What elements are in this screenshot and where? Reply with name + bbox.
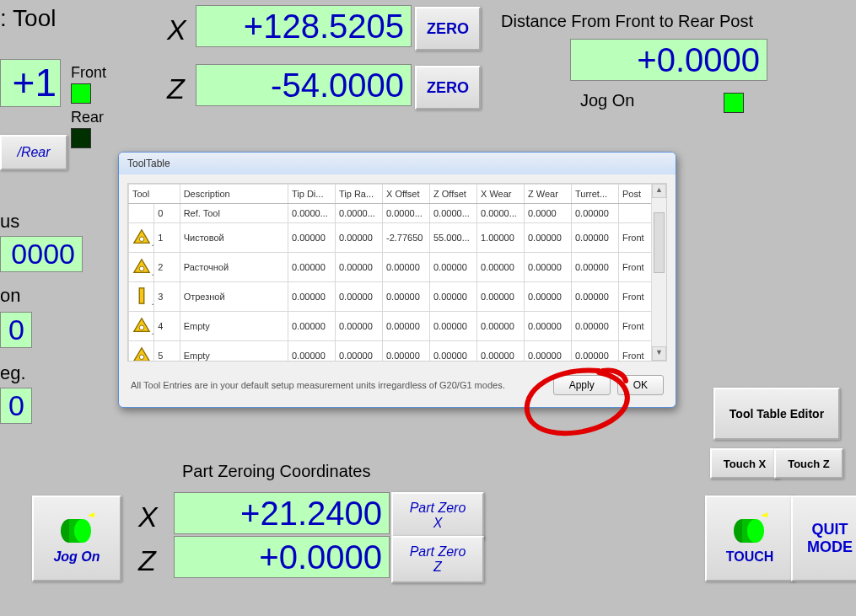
scroll-thumb[interactable] [654, 212, 665, 273]
table-cell[interactable]: 0.0000... [476, 204, 524, 223]
tool-desc-cell[interactable]: Чистовой [180, 223, 288, 253]
table-cell[interactable]: 0.00000 [335, 282, 382, 312]
col-header[interactable]: Turret... [571, 185, 618, 204]
table-cell[interactable]: 0.00000 [429, 253, 476, 282]
tool-icon[interactable] [129, 204, 154, 223]
table-cell[interactable]: 0.0000 [524, 204, 571, 223]
table-row[interactable]: 5Empty0.000000.000000.000000.000000.0000… [129, 341, 666, 362]
svg-point-7 [747, 519, 764, 543]
table-cell[interactable]: 0.0000... [335, 204, 382, 223]
touch-x-button[interactable]: Touch X [710, 448, 779, 479]
tool-number-cell[interactable]: 1 [154, 223, 180, 253]
tool-icon[interactable] [129, 223, 154, 253]
table-cell[interactable]: 0.00000 [571, 282, 618, 312]
col-tool[interactable]: Tool [129, 185, 180, 204]
table-row[interactable]: 4Empty0.000000.000000.000000.000000.0000… [129, 312, 666, 341]
tool-desc-cell[interactable]: Empty [180, 312, 288, 341]
table-cell[interactable]: 0.00000 [335, 341, 382, 362]
table-cell[interactable]: 0.00000 [288, 282, 335, 312]
tool-desc-cell[interactable]: Ref. Tool [180, 204, 288, 223]
tool-icon[interactable] [129, 312, 154, 341]
col-header[interactable]: Z Offset [429, 185, 476, 204]
touch-button[interactable]: TOUCH [705, 495, 794, 581]
col-header[interactable]: Description [180, 185, 288, 204]
zero-x-button[interactable]: ZERO [415, 7, 481, 51]
quit-mode-button[interactable]: QUIT MODE [791, 495, 856, 581]
table-cell[interactable]: 0.00000 [571, 341, 618, 362]
col-header[interactable]: Tip Ra... [335, 185, 382, 204]
table-cell[interactable]: 0.00000 [335, 312, 382, 341]
tool-number-cell[interactable]: 0 [154, 204, 180, 223]
scroll-down-icon[interactable]: ▼ [652, 346, 666, 361]
tool-number-cell[interactable]: 3 [154, 282, 180, 312]
table-cell[interactable]: 0.00000 [524, 253, 571, 282]
dialog-titlebar[interactable]: ToolTable [119, 153, 676, 174]
table-cell[interactable]: 0.00000 [288, 312, 335, 341]
table-cell[interactable]: 0.00000 [476, 341, 524, 362]
svg-rect-12 [139, 288, 144, 303]
table-cell[interactable]: 0.0000... [382, 204, 429, 223]
table-scrollbar[interactable]: ▲ ▼ [651, 184, 666, 361]
table-cell[interactable]: 0.00000 [524, 312, 571, 341]
table-cell[interactable]: 0.00000 [382, 341, 429, 362]
zero-z-button[interactable]: ZERO [415, 66, 481, 110]
table-cell[interactable]: 0.00000 [429, 282, 476, 312]
table-cell[interactable]: 0.00000 [476, 282, 524, 312]
touch-z-button[interactable]: Touch Z [774, 448, 843, 479]
tool-table[interactable]: ToolDescriptionTip Di...Tip Ra...X Offse… [128, 184, 666, 362]
col-header[interactable]: Z Wear [524, 185, 571, 204]
tool-table-editor-button[interactable]: Tool Table Editor [713, 388, 840, 440]
table-cell[interactable]: 0.00000 [476, 312, 524, 341]
col-header[interactable]: X Offset [382, 185, 429, 204]
jog-on-button[interactable]: Jog On [32, 495, 121, 581]
table-cell[interactable]: 0.00000 [335, 223, 382, 253]
table-row[interactable]: 0Ref. Tool0.0000...0.0000...0.0000...0.0… [129, 204, 666, 223]
table-cell[interactable]: 55.000... [429, 223, 476, 253]
col-header[interactable]: X Wear [476, 185, 524, 204]
table-cell[interactable]: 0.00000 [382, 282, 429, 312]
table-cell[interactable]: 1.00000 [476, 223, 524, 253]
table-cell[interactable]: -2.77650 [382, 223, 429, 253]
tool-number-cell[interactable]: 4 [154, 312, 180, 341]
table-cell[interactable]: 0.00000 [288, 341, 335, 362]
table-cell[interactable]: 0.00000 [571, 223, 618, 253]
table-cell[interactable]: 0.00000 [429, 341, 476, 362]
table-cell[interactable]: 0.0000... [288, 204, 335, 223]
table-row[interactable]: 3Отрезной0.000000.000000.000000.000000.0… [129, 282, 666, 312]
apply-button[interactable]: Apply [553, 375, 611, 395]
rear-led-icon [71, 128, 91, 148]
scroll-up-icon[interactable]: ▲ [652, 184, 666, 198]
frag-us: us [0, 211, 19, 233]
tool-number-cell[interactable]: 2 [154, 253, 180, 282]
tool-icon[interactable] [129, 253, 154, 282]
tool-desc-cell[interactable]: Empty [180, 341, 288, 362]
tool-icon[interactable] [129, 341, 154, 362]
table-row[interactable]: 1Чистовой0.000000.00000-2.7765055.000...… [129, 223, 666, 253]
table-cell[interactable]: 0.00000 [524, 282, 571, 312]
table-cell[interactable]: 0.00000 [335, 253, 382, 282]
tool-desc-cell[interactable]: Расточной [180, 253, 288, 282]
ok-button[interactable]: OK [617, 375, 664, 395]
part-zero-x-button[interactable]: Part Zero X [391, 492, 484, 539]
table-row[interactable]: 2Расточной0.000000.000000.000000.000000.… [129, 253, 666, 282]
table-cell[interactable]: 0.00000 [382, 253, 429, 282]
table-cell[interactable]: 0.00000 [571, 312, 618, 341]
table-cell[interactable]: 0.00000 [524, 341, 571, 362]
table-cell[interactable]: 0.00000 [288, 253, 335, 282]
table-cell[interactable]: 0.00000 [429, 312, 476, 341]
front-rear-button[interactable]: /Rear [0, 135, 67, 170]
part-zero-z-button[interactable]: Part Zero Z [391, 536, 484, 583]
table-cell[interactable]: 0.0000... [429, 204, 476, 223]
rear-label: Rear [71, 109, 104, 126]
table-cell[interactable]: 0.00000 [382, 312, 429, 341]
tool-desc-cell[interactable]: Отрезной [180, 282, 288, 312]
table-cell[interactable]: 0.00000 [288, 223, 335, 253]
table-cell[interactable]: 0.00000 [571, 204, 618, 223]
tool-number-cell[interactable]: 5 [154, 341, 180, 362]
table-cell[interactable]: 0.00000 [571, 253, 618, 282]
partzero-z-label: Z [138, 544, 156, 577]
tool-icon[interactable] [129, 282, 154, 312]
table-cell[interactable]: 0.00000 [476, 253, 524, 282]
col-header[interactable]: Tip Di... [288, 185, 335, 204]
table-cell[interactable]: 0.00000 [524, 223, 571, 253]
